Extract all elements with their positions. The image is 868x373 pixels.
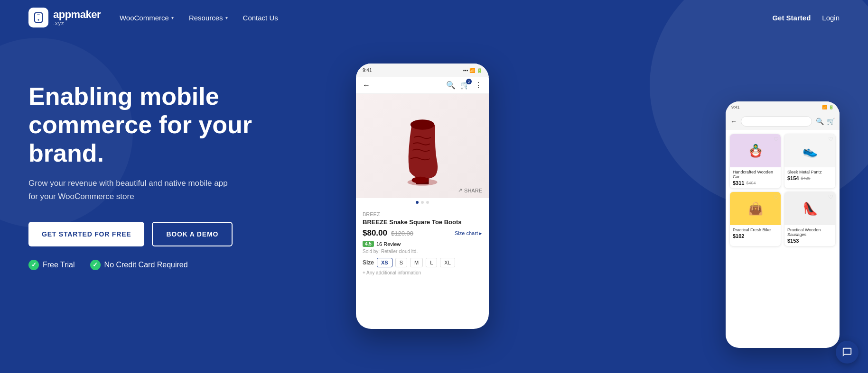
nav-get-started-button[interactable]: Get Started — [772, 14, 811, 22]
size-l[interactable]: L — [426, 258, 437, 267]
product-icon-3: 👜 — [748, 201, 763, 216]
wishlist-icon-3[interactable]: ♡ — [774, 194, 779, 200]
logo-text: appmaker .xyz — [53, 9, 101, 26]
product-old-price: $120.00 — [391, 230, 413, 237]
brand-name: appmaker — [53, 9, 101, 20]
navbar: appmaker .xyz WooCommerce ▾ Resources ▾ … — [0, 0, 868, 35]
hero-buttons: GET STARTED FOR FREE BOOK A DEMO — [28, 222, 313, 246]
phone2-status-icons: 📶 🔋 — [822, 105, 834, 109]
size-label: Size — [363, 259, 374, 266]
check-icon — [28, 260, 39, 270]
chevron-down-icon: ▾ — [225, 15, 228, 20]
product-card-4-body: Practical Wooden Sausages $153 — [784, 225, 835, 246]
nav-links: WooCommerce ▾ Resources ▾ Contact Us — [120, 14, 278, 22]
size-s[interactable]: S — [395, 258, 407, 267]
size-xs[interactable]: XS — [377, 258, 392, 267]
nav-resources[interactable]: Resources ▾ — [189, 14, 228, 22]
logo-link[interactable]: appmaker .xyz — [28, 8, 101, 27]
phone1-header: ← 🔍 🛒2 ⋮ — [356, 77, 489, 94]
wishlist-icon-2[interactable]: ♡ — [828, 136, 833, 143]
product-name: BREEZE Snake Square Toe Boots — [363, 218, 482, 226]
phone1-product-image: ↗ SHARE — [356, 94, 489, 198]
product-card-1-price-row: $311 $404 — [733, 180, 778, 186]
phone-1: 9:41 ▪▪▪ 📶 🔋 ← 🔍 🛒2 ⋮ — [356, 64, 489, 329]
product-price: $80.00 — [363, 228, 387, 238]
phone2-time: 9:41 — [731, 105, 740, 109]
product-icon: 🪆 — [748, 144, 763, 158]
product-card-1-price: $311 — [733, 180, 744, 186]
more-icon: ⋮ — [475, 81, 482, 90]
size-chart-link[interactable]: Size chart ▸ — [455, 230, 482, 237]
phone2-status-bar: 9:41 📶 🔋 — [726, 101, 840, 113]
nav-woocommerce-link[interactable]: WooCommerce ▾ — [120, 14, 174, 22]
product-card-3: 👜 ♡ Practical Fresh Bike $102 — [729, 191, 781, 246]
logo-icon — [28, 8, 48, 27]
size-selector: Size XS S M L XL — [363, 258, 482, 267]
hero-content: Enabling mobile commerce for your brand.… — [28, 64, 313, 270]
product-card-2-name: Sleek Metal Pantz — [787, 170, 832, 174]
dot-1 — [416, 201, 419, 204]
wishlist-icon-4[interactable]: ♡ — [828, 194, 833, 200]
dot-2 — [421, 201, 424, 204]
share-icon: ↗ — [458, 187, 462, 193]
chat-icon — [842, 347, 852, 357]
cart-icon: 🛒2 — [460, 81, 470, 90]
cart-icon-2: 🛒 — [827, 118, 835, 125]
product-card-2-price: $154 — [787, 175, 799, 181]
phone1-header-icons: 🔍 🛒2 ⋮ — [446, 81, 482, 90]
share-label: SHARE — [464, 188, 482, 193]
product-card-2-price-row: $154 $429 — [787, 175, 832, 181]
wishlist-icon-1[interactable]: ♡ — [774, 136, 779, 143]
product-seller: Sold by: Retailer cloud ltd. — [363, 249, 482, 254]
product-card-3-name: Practical Fresh Bike — [733, 227, 778, 232]
search-icon-2: 🔍 — [816, 118, 824, 125]
size-xl[interactable]: XL — [440, 258, 455, 267]
product-card-4: 👠 ♡ Practical Wooden Sausages $153 — [784, 191, 836, 246]
no-credit-card-text: No Credit Card Required — [104, 261, 188, 269]
back-icon-2: ← — [730, 118, 737, 125]
search-icon: 🔍 — [446, 81, 456, 90]
book-demo-button[interactable]: BOOK A DEMO — [152, 222, 233, 246]
svg-point-5 — [412, 177, 429, 183]
product-card-4-price-row: $153 — [787, 238, 832, 244]
size-m[interactable]: M — [410, 258, 423, 267]
product-card-2: 👟 ♡ Sleek Metal Pantz $154 $429 — [784, 134, 836, 189]
product-icon-2: 👟 — [803, 144, 818, 158]
product-card-1-name: Handcrafted Wooden Car — [733, 170, 778, 179]
additional-info: + Any additional information — [363, 270, 482, 275]
phone1-status-bar: 9:41 ▪▪▪ 📶 🔋 — [356, 64, 489, 77]
product-card-2-image: 👟 ♡ — [784, 134, 835, 167]
phone1-icons: ▪▪▪ 📶 🔋 — [463, 68, 482, 73]
product-card-1-body: Handcrafted Wooden Car $311 $404 — [730, 167, 781, 188]
product-card-3-body: Practical Fresh Bike $102 — [730, 225, 781, 241]
nav-contact-link[interactable]: Contact Us — [243, 14, 278, 22]
product-card-1-image: 🪆 ♡ — [730, 134, 781, 167]
phone2-header-icons: 🔍 🛒 — [816, 118, 835, 125]
rating-badge: 4.5 — [363, 241, 374, 247]
svg-point-6 — [411, 119, 434, 130]
nav-resources-link[interactable]: Resources ▾ — [189, 14, 228, 22]
nav-login-button[interactable]: Login — [822, 14, 840, 22]
phone-2: 9:41 📶 🔋 ← 🔍 🛒 🪆 ♡ — [726, 101, 840, 348]
product-card-4-image: 👠 ♡ — [784, 192, 835, 225]
product-price-row: $80.00 $120.00 Size chart ▸ — [363, 228, 482, 238]
svg-point-2 — [38, 19, 39, 21]
chevron-down-icon: ▾ — [171, 15, 174, 20]
check-icon-2 — [90, 260, 101, 270]
chat-bubble-button[interactable] — [836, 341, 859, 364]
get-started-button[interactable]: GET STARTED FOR FREE — [28, 222, 144, 246]
product-card-4-price: $153 — [787, 238, 799, 244]
product-card-3-price-row: $102 — [733, 233, 778, 239]
product-card-1: 🪆 ♡ Handcrafted Wooden Car $311 $404 — [729, 134, 781, 189]
share-button[interactable]: ↗ SHARE — [458, 187, 482, 193]
no-credit-card-badge: No Credit Card Required — [90, 260, 188, 270]
hero-title: Enabling mobile commerce for your brand. — [28, 82, 275, 167]
product-icon-4: 👠 — [803, 201, 818, 216]
hero-badges: Free Trial No Credit Card Required — [28, 260, 313, 270]
product-brand: BREEZ — [363, 211, 482, 217]
brand-sub: .xyz — [53, 20, 101, 26]
phone1-time: 9:41 — [363, 68, 372, 73]
nav-woocommerce[interactable]: WooCommerce ▾ — [120, 14, 174, 22]
phone1-carousel-dots — [356, 198, 489, 207]
nav-contact[interactable]: Contact Us — [243, 14, 278, 22]
